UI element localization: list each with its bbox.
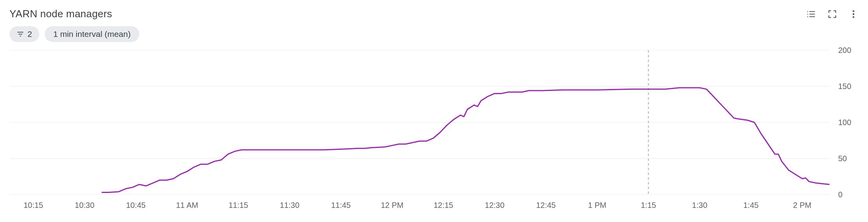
svg-point-8 xyxy=(853,16,855,18)
svg-text:12:30: 12:30 xyxy=(485,201,505,209)
svg-text:10:15: 10:15 xyxy=(24,201,43,209)
svg-text:2 PM: 2 PM xyxy=(793,201,811,209)
svg-text:1 PM: 1 PM xyxy=(588,201,606,209)
chart-panel: YARN node managers xyxy=(0,0,868,222)
filter-icon xyxy=(16,30,24,38)
interval-label: 1 min interval (mean) xyxy=(53,29,131,39)
svg-text:0: 0 xyxy=(838,190,842,199)
svg-text:10:30: 10:30 xyxy=(75,201,95,209)
svg-text:12:45: 12:45 xyxy=(536,201,556,209)
svg-text:12 PM: 12 PM xyxy=(381,201,403,209)
fullscreen-icon[interactable] xyxy=(827,9,837,19)
svg-text:100: 100 xyxy=(838,118,851,127)
more-vert-icon[interactable] xyxy=(848,9,859,19)
filter-count: 2 xyxy=(27,29,32,39)
panel-title: YARN node managers xyxy=(9,8,112,20)
svg-text:50: 50 xyxy=(838,154,847,163)
svg-text:11:45: 11:45 xyxy=(331,201,351,209)
chips-row: 2 1 min interval (mean) xyxy=(9,26,859,42)
svg-text:1:45: 1:45 xyxy=(743,201,759,209)
legend-icon[interactable] xyxy=(806,9,816,19)
chart-svg: 05010015020010:1510:3010:4511 AM11:1511:… xyxy=(9,47,859,214)
svg-text:200: 200 xyxy=(838,47,851,55)
svg-text:1:15: 1:15 xyxy=(641,201,656,209)
svg-point-6 xyxy=(853,10,855,12)
panel-actions xyxy=(806,9,859,19)
svg-text:11:15: 11:15 xyxy=(228,201,248,209)
chart-area[interactable]: 05010015020010:1510:3010:4511 AM11:1511:… xyxy=(9,47,859,214)
svg-point-7 xyxy=(853,13,855,15)
svg-text:11:30: 11:30 xyxy=(280,201,299,209)
panel-header: YARN node managers xyxy=(9,8,859,20)
svg-text:11 AM: 11 AM xyxy=(176,201,198,209)
svg-text:1:30: 1:30 xyxy=(692,201,708,209)
svg-text:12:15: 12:15 xyxy=(434,201,453,209)
svg-text:150: 150 xyxy=(838,82,851,91)
filter-chip[interactable]: 2 xyxy=(9,26,39,42)
interval-chip[interactable]: 1 min interval (mean) xyxy=(45,26,139,42)
svg-text:10:45: 10:45 xyxy=(126,201,146,209)
